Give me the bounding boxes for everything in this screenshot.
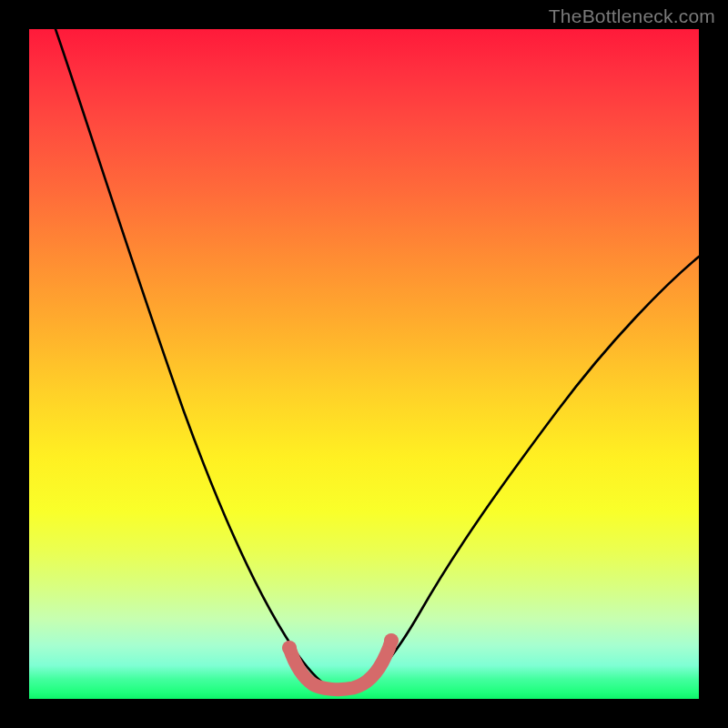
watermark-text: TheBottleneck.com — [549, 5, 715, 27]
bottleneck-curve — [56, 29, 699, 689]
chart-frame: TheBottleneck.com — [0, 0, 728, 728]
chart-svg — [29, 29, 699, 699]
plot-area — [29, 29, 699, 699]
zone-start-dot — [282, 641, 297, 655]
zone-end-dot — [384, 633, 399, 648]
